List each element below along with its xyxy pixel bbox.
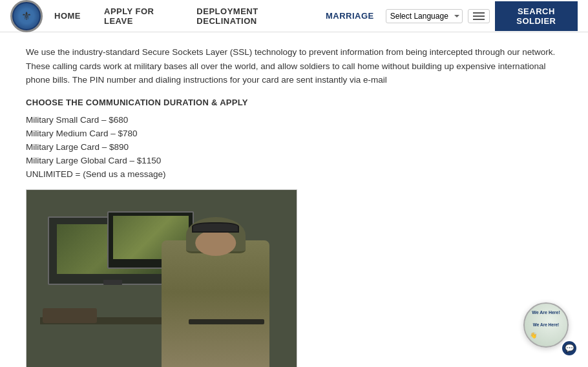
logo-inner: ⚜	[14, 3, 39, 29]
card-option-small[interactable]: Military Small Card – $680	[26, 115, 562, 125]
chat-widget: We Are Here! 👋 We Are Here! 💬	[523, 302, 575, 354]
logo-image: ⚜	[10, 0, 43, 32]
hamburger-button[interactable]	[468, 9, 490, 23]
intro-paragraph: We use the industry-standard Secure Sock…	[26, 45, 562, 87]
chat-message-icon: 💬	[565, 344, 574, 353]
chat-label: We Are Here!	[533, 322, 559, 328]
main-nav: HOME APPLY FOR LEAVE DEPLOYMENT DECLINAT…	[43, 0, 386, 32]
chat-hand-icon: 👋	[530, 332, 537, 339]
chat-bubble[interactable]: We Are Here! 👋 We Are Here!	[523, 302, 569, 348]
keyboard	[189, 319, 264, 324]
headset	[192, 222, 240, 233]
header-right: Select Language SEARCH SOLDIER	[386, 1, 578, 31]
card-option-large[interactable]: Military Large Card – $890	[26, 142, 562, 152]
nav-item-marriage[interactable]: MARRIAGE	[314, 0, 386, 32]
soldier-torso	[162, 240, 269, 367]
monitor-stand	[103, 280, 122, 285]
eagle-icon: ⚜	[21, 9, 32, 23]
hamburger-line-1	[473, 12, 485, 14]
soldier-scene	[26, 190, 297, 367]
hamburger-line-2	[473, 16, 485, 17]
unlimited-option[interactable]: UNLIMITED = (Send us a message)	[26, 169, 562, 179]
search-soldier-button[interactable]: SEARCH SOLDIER	[495, 1, 578, 31]
main-content: We use the industry-standard Secure Sock…	[0, 32, 588, 367]
chat-open-button[interactable]: 💬	[561, 340, 578, 357]
header: ⚜ HOME APPLY FOR LEAVE DEPLOYMENT DECLIN…	[0, 0, 588, 32]
hamburger-line-3	[473, 19, 485, 20]
equipment	[43, 308, 97, 322]
chat-we-label: We Are Here!	[532, 310, 560, 315]
chat-we-are-here: We Are Here! 👋	[533, 322, 559, 328]
language-select[interactable]: Select Language	[386, 9, 463, 23]
nav-item-home[interactable]: HOME	[43, 0, 92, 32]
nav-item-deployment-declination[interactable]: DEPLOYMENT DECLINATION	[185, 0, 314, 32]
soldier-head	[195, 230, 236, 256]
card-option-medium[interactable]: Military Medium Card – $780	[26, 129, 562, 138]
card-option-large-global[interactable]: Military Large Global Card – $1150	[26, 156, 562, 165]
nav-item-apply-for-leave[interactable]: APPLY FOR LEAVE	[92, 0, 185, 32]
soldier-image	[26, 189, 297, 367]
section-title: CHOOSE THE COMMUNICATION DURATION & APPL…	[26, 98, 562, 107]
logo-area: ⚜	[10, 0, 43, 32]
